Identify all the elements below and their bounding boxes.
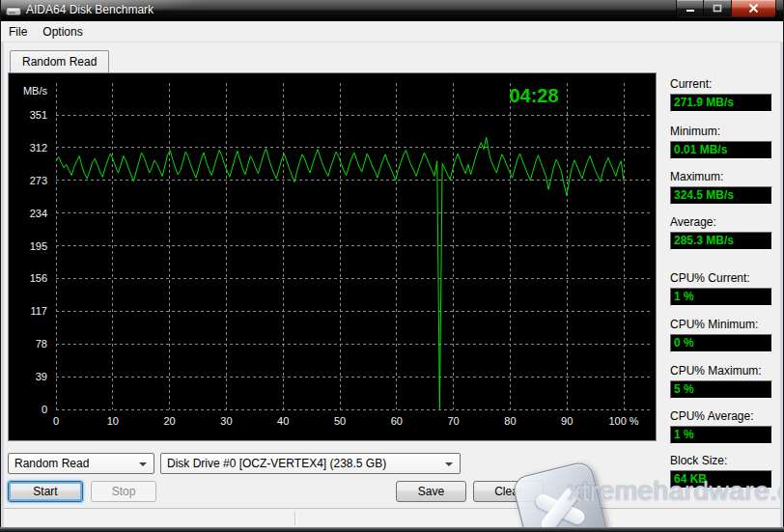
svg-text:39: 39 [36,371,47,382]
svg-text:234: 234 [30,208,47,219]
svg-text:20: 20 [163,415,175,427]
minimize-button[interactable] [676,0,704,17]
window-controls [676,0,776,17]
stat-value: 64 KB [670,470,772,489]
disk-drive-value: Disk Drive #0 [OCZ-VERTEX4] (238.5 GB) [167,457,386,470]
stat-block-size: Block Size: 64 KB [670,454,772,489]
stat-value: 1 % [670,288,772,306]
test-type-value: Random Read [14,457,89,470]
stat-average: Average: 285.3 MB/s [670,215,772,250]
svg-text:0: 0 [42,404,47,415]
svg-text:312: 312 [30,142,47,154]
svg-text:10: 10 [107,415,119,427]
close-button[interactable] [731,0,776,17]
svg-text:90: 90 [561,415,573,427]
svg-text:273: 273 [30,175,47,186]
stop-button[interactable]: Stop [91,481,156,502]
chevron-down-icon [139,462,147,466]
stat-value: 0.01 MB/s [670,141,772,159]
stat-cpu-average: CPU% Average: 1 % [670,409,772,444]
stat-label: CPU% Average: [670,409,772,423]
stat-cpu-maximum: CPU% Maximum: 5 % [670,364,772,399]
svg-text:0: 0 [53,415,59,427]
stat-value: 0 % [670,334,772,352]
status-bar-divider [294,512,295,525]
stat-value: 5 % [670,380,772,399]
maximize-icon [713,4,722,13]
svg-text:351: 351 [30,109,47,121]
svg-text:100 %: 100 % [608,415,638,427]
status-bar [1,508,783,528]
title-bar: AIDA64 Disk Benchmark [0,0,784,21]
svg-text:195: 195 [30,240,47,252]
svg-text:78: 78 [36,338,47,350]
disk-drive-icon [6,4,21,17]
chevron-down-icon [445,462,453,466]
stat-label: Average: [670,215,772,229]
svg-text:MB/s: MB/s [23,85,48,97]
stat-value: 1 % [670,426,772,444]
svg-text:156: 156 [30,272,47,284]
window-title: AIDA64 Disk Benchmark [26,3,154,16]
minimize-icon [686,4,695,13]
stat-label: Minimum: [670,125,772,138]
stat-value: 271.9 MB/s [670,94,772,112]
start-button[interactable]: Start [8,481,83,502]
stat-label: Block Size: [670,454,772,467]
benchmark-chart: 0397811715619523427331235101020304050607… [8,72,657,441]
save-button[interactable]: Save [396,481,466,502]
stat-minimum: Minimum: 0.01 MB/s [670,125,772,159]
stat-label: CPU% Maximum: [670,364,772,378]
stat-value: 285.3 MB/s [670,232,772,250]
stat-cpu-current: CPU% Current: 1 % [670,271,772,306]
svg-text:50: 50 [334,415,346,427]
test-type-select[interactable]: Random Read [8,453,154,474]
menu-bar: File Options [1,21,783,42]
svg-text:60: 60 [391,415,403,427]
menu-options[interactable]: Options [35,22,90,42]
app-window: AIDA64 Disk Benchmark File Options Rando… [0,0,784,532]
stat-current: Current: 271.9 MB/s [670,77,772,112]
maximize-button[interactable] [704,0,731,17]
window-frame-right-inner [780,42,783,528]
menu-file[interactable]: File [1,22,35,42]
stat-value: 324.5 MB/s [670,186,772,205]
stat-cpu-minimum: CPU% Minimum: 0 % [670,318,772,352]
svg-text:117: 117 [30,305,47,317]
window-frame-bottom [0,527,784,532]
tab-random-read[interactable]: Random Read [10,50,109,73]
svg-text:70: 70 [447,415,459,427]
stat-label: CPU% Minimum: [670,318,772,331]
close-icon [748,4,759,13]
disk-drive-select[interactable]: Disk Drive #0 [OCZ-VERTEX4] (238.5 GB) [160,453,461,474]
svg-text:04:28: 04:28 [509,85,558,106]
stat-label: Maximum: [670,170,772,183]
svg-text:80: 80 [504,415,516,427]
stat-maximum: Maximum: 324.5 MB/s [670,170,772,205]
main-content: Random Read 0397811715619523427331235101… [0,42,784,532]
stat-label: CPU% Current: [670,271,772,285]
clear-button[interactable]: Clear [473,481,544,502]
window-frame-left-inner [1,42,4,528]
svg-text:30: 30 [220,415,232,427]
svg-text:40: 40 [277,415,289,427]
stat-label: Current: [670,77,772,91]
